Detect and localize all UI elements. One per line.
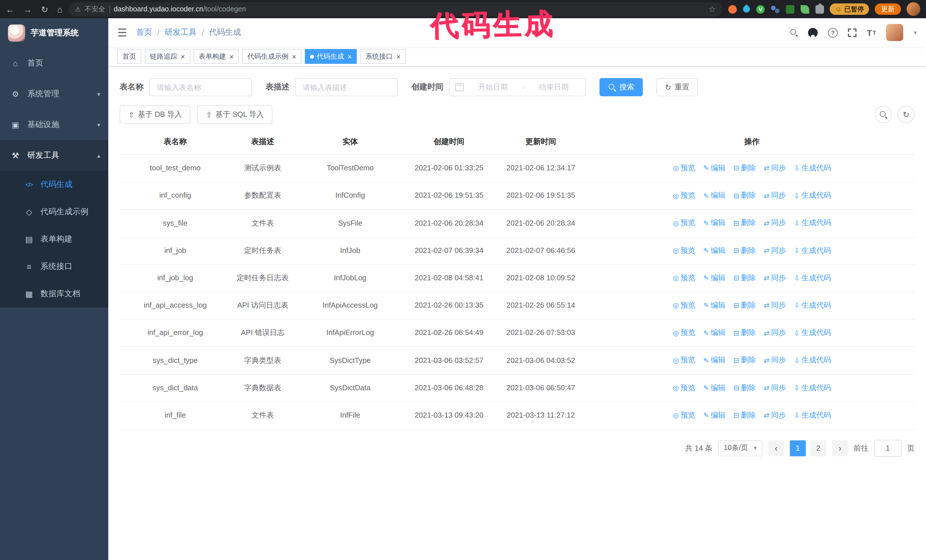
hamburger-icon[interactable]: ☰ <box>117 26 127 39</box>
bookmark-star-icon[interactable]: ☆ <box>709 5 716 14</box>
edit-link[interactable]: ✎编辑 <box>703 355 725 367</box>
browser-home-button[interactable]: ⌂ <box>57 5 62 14</box>
tab-home[interactable]: 首页 <box>117 49 141 64</box>
sync-link[interactable]: ⇄同步 <box>764 327 786 339</box>
delete-link[interactable]: ⊟删除 <box>733 355 756 367</box>
generate-link[interactable]: ⇩生成代码 <box>794 217 831 229</box>
edit-link[interactable]: ✎编辑 <box>703 162 725 174</box>
close-tab-icon[interactable]: × <box>396 53 401 60</box>
page-button-1[interactable]: 1 <box>790 440 806 456</box>
search-icon[interactable] <box>790 29 798 36</box>
tab-trace[interactable]: 链路追踪× <box>145 49 190 64</box>
generate-link[interactable]: ⇩生成代码 <box>794 190 831 202</box>
delete-link[interactable]: ⊟删除 <box>733 190 756 202</box>
table-desc-input[interactable] <box>295 78 398 96</box>
preview-link[interactable]: ◎预览 <box>673 409 695 421</box>
extension-icon-people[interactable] <box>771 5 779 14</box>
sync-link[interactable]: ⇄同步 <box>764 382 786 394</box>
preview-link[interactable]: ◎预览 <box>673 217 695 229</box>
table-name-input[interactable] <box>149 78 252 96</box>
edit-link[interactable]: ✎编辑 <box>703 190 725 202</box>
preview-link[interactable]: ◎预览 <box>673 327 695 339</box>
breadcrumb-item[interactable]: 首页 <box>136 27 152 38</box>
sidebar-subitem-database-doc[interactable]: ▦数据库文档 <box>0 280 108 308</box>
address-bar[interactable]: ⚠ 不安全 dashboard.yudao.iocoder.cn/tool/co… <box>68 2 723 16</box>
tab-form-builder[interactable]: 表单构建× <box>194 49 239 64</box>
preview-link[interactable]: ◎预览 <box>673 245 695 257</box>
delete-link[interactable]: ⊟删除 <box>733 300 756 312</box>
goto-page-input[interactable] <box>874 440 902 457</box>
date-range-picker[interactable]: 开始日期 - 结束日期 <box>449 78 586 96</box>
close-tab-icon[interactable]: × <box>348 53 352 60</box>
generate-link[interactable]: ⇩生成代码 <box>794 355 831 367</box>
reset-button[interactable]: ↻重置 <box>657 78 698 96</box>
page-size-select[interactable]: 10条/页▾ <box>718 440 763 456</box>
sync-link[interactable]: ⇄同步 <box>764 190 786 202</box>
extension-icon-leaf[interactable] <box>800 5 809 14</box>
sync-link[interactable]: ⇄同步 <box>764 300 786 312</box>
delete-link[interactable]: ⊟删除 <box>733 245 756 257</box>
forward-button[interactable]: → <box>23 5 32 14</box>
generate-link[interactable]: ⇩生成代码 <box>794 272 831 284</box>
sidebar-item-infrastructure[interactable]: ▣基础设施 <box>0 109 108 140</box>
sidebar-subitem-system-api[interactable]: ≡系统接口 <box>0 253 108 280</box>
sidebar-subitem-code-generation[interactable]: </>代码生成 <box>0 171 108 198</box>
edit-link[interactable]: ✎编辑 <box>703 272 725 284</box>
prev-page-button[interactable]: ‹ <box>768 440 784 456</box>
delete-link[interactable]: ⊟删除 <box>733 382 756 394</box>
sidebar-item-dev-tools[interactable]: ⚒研发工具 <box>0 140 108 171</box>
edit-link[interactable]: ✎编辑 <box>703 409 725 421</box>
toggle-search-button[interactable] <box>875 106 892 123</box>
breadcrumb-item[interactable]: 代码生成 <box>209 27 241 38</box>
edit-link[interactable]: ✎编辑 <box>703 327 725 339</box>
sync-link[interactable]: ⇄同步 <box>764 217 786 229</box>
extension-icon-fox[interactable] <box>728 5 737 14</box>
sync-link[interactable]: ⇄同步 <box>764 162 786 174</box>
extensions-puzzle-icon[interactable] <box>816 5 824 14</box>
preview-link[interactable]: ◎预览 <box>673 300 695 312</box>
breadcrumb-item[interactable]: 研发工具 <box>165 27 197 38</box>
tab-codegen[interactable]: 代码生成× <box>305 49 357 64</box>
edit-link[interactable]: ✎编辑 <box>703 382 725 394</box>
font-size-icon[interactable] <box>867 28 876 37</box>
delete-link[interactable]: ⊟删除 <box>733 409 756 421</box>
github-icon[interactable] <box>808 28 818 37</box>
tab-codegen-example[interactable]: 代码生成示例× <box>242 49 301 64</box>
extension-icon-v[interactable]: V <box>756 5 765 14</box>
preview-link[interactable]: ◎预览 <box>673 272 695 284</box>
help-icon[interactable]: ? <box>828 28 838 37</box>
refresh-table-button[interactable]: ↻ <box>897 106 915 123</box>
generate-link[interactable]: ⇩生成代码 <box>794 382 831 394</box>
reload-button[interactable]: ↻ <box>41 5 48 14</box>
preview-link[interactable]: ◎预览 <box>673 162 695 174</box>
preview-link[interactable]: ◎预览 <box>673 190 695 202</box>
next-page-button[interactable]: › <box>832 440 848 456</box>
preview-link[interactable]: ◎预览 <box>673 355 695 367</box>
close-tab-icon[interactable]: × <box>292 53 296 60</box>
tab-system-api[interactable]: 系统接口× <box>360 49 406 64</box>
delete-link[interactable]: ⊟删除 <box>733 272 756 284</box>
sidebar-subitem-code-generation-example[interactable]: ◇代码生成示例 <box>0 198 108 226</box>
sidebar-item-home[interactable]: ⌂首页 <box>0 48 108 78</box>
sync-link[interactable]: ⇄同步 <box>764 272 786 284</box>
app-logo[interactable]: 芋道管理系统 <box>0 18 108 48</box>
page-button-2[interactable]: 2 <box>810 440 826 456</box>
delete-link[interactable]: ⊟删除 <box>733 162 756 174</box>
generate-link[interactable]: ⇩生成代码 <box>794 162 831 174</box>
sync-link[interactable]: ⇄同步 <box>764 409 786 421</box>
user-avatar[interactable] <box>887 24 903 41</box>
search-button[interactable]: 搜索 <box>599 78 643 96</box>
chevron-down-icon[interactable]: ▾ <box>914 29 917 36</box>
import-sql-button[interactable]: ⇧基于 SQL 导入 <box>197 106 272 124</box>
sync-link[interactable]: ⇄同步 <box>764 245 786 257</box>
import-db-button[interactable]: ⇧基于 DB 导入 <box>120 106 190 124</box>
edit-link[interactable]: ✎编辑 <box>703 217 725 229</box>
sync-link[interactable]: ⇄同步 <box>764 355 786 367</box>
close-tab-icon[interactable]: × <box>181 53 185 60</box>
preview-link[interactable]: ◎预览 <box>673 382 695 394</box>
security-label[interactable]: 不安全 <box>85 4 105 14</box>
edit-link[interactable]: ✎编辑 <box>703 245 725 257</box>
extension-icon-drop[interactable] <box>741 4 751 14</box>
delete-link[interactable]: ⊟删除 <box>733 217 756 229</box>
generate-link[interactable]: ⇩生成代码 <box>794 409 831 421</box>
